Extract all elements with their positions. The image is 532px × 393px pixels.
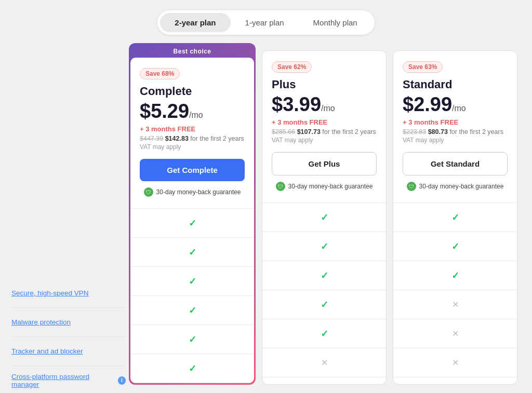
- plan-name-standard: Standard: [403, 78, 508, 91]
- toggle-2year[interactable]: 2-year plan: [160, 13, 230, 32]
- shield-icon: 🛡: [276, 182, 285, 191]
- feature-label-row: Tracker and ad blocker: [11, 337, 126, 366]
- feature-cell: ✕: [393, 290, 517, 319]
- feature-cell: ✓: [130, 238, 254, 267]
- original-price-plus: $285.66 $107.73 for the first 2 years: [272, 128, 377, 135]
- plan-features-plus: ✓ ✓ ✓ ✓ ✓ ✕: [262, 202, 386, 377]
- vat-note-complete: VAT may apply: [140, 143, 245, 151]
- check-icon: ✓: [451, 241, 459, 252]
- save-badge-standard: Save 63%: [403, 61, 443, 73]
- shield-icon: 🛡: [144, 187, 153, 197]
- plan-price-standard: $2.99/mo: [403, 94, 508, 114]
- check-icon: ✓: [321, 241, 328, 252]
- check-icon: ✓: [451, 212, 459, 223]
- feature-label-row: Malware protection: [11, 308, 126, 337]
- money-back-standard: 🛡 30-day money-back guarantee: [403, 182, 508, 194]
- plan-name-plus: Plus: [272, 78, 377, 91]
- feature-cell: ✓: [130, 325, 254, 354]
- plan-price-plus: $3.99/mo: [272, 94, 377, 114]
- vat-note-plus: VAT may apply: [272, 137, 377, 144]
- shield-icon: 🛡: [407, 182, 416, 191]
- feature-cell: ✓: [130, 354, 254, 383]
- feature-label-row: Cross-platform password manager i: [11, 366, 126, 393]
- feature-cell: ✓: [393, 261, 517, 290]
- plan-features-complete: ✓ ✓ ✓ ✓ ✓ ✓: [130, 208, 254, 383]
- pricing-wrapper: Secure, high-speed VPN Malware protectio…: [11, 50, 521, 393]
- check-icon: ✓: [451, 270, 459, 281]
- money-back-plus: 🛡 30-day money-back guarantee: [272, 182, 377, 194]
- free-months-standard: + 3 months FREE: [403, 118, 508, 126]
- plan-inner-complete: Save 68% Complete $5.29/mo + 3 months FR…: [130, 58, 254, 383]
- check-icon: ✓: [189, 247, 196, 258]
- plan-card-standard: Save 63% Standard $2.99/mo + 3 months FR…: [393, 50, 517, 385]
- save-badge-complete: Save 68%: [140, 68, 180, 79]
- check-icon: ✓: [189, 218, 196, 229]
- info-icon: i: [118, 376, 126, 385]
- cross-icon: ✕: [452, 329, 459, 338]
- check-icon: ✓: [189, 334, 196, 345]
- feature-cell: ✓: [393, 232, 517, 261]
- plan-content-plus: Save 62% Plus $3.99/mo + 3 months FREE $…: [262, 51, 386, 202]
- feature-cell: ✓: [130, 296, 254, 325]
- best-choice-badge: Best choice: [130, 45, 254, 58]
- feature-link-password[interactable]: Cross-platform password manager i: [11, 373, 126, 388]
- feature-cell: ✓: [262, 290, 386, 319]
- plans-area: Best choice Save 68% Complete $5.29/mo +…: [126, 50, 521, 385]
- feature-link-vpn[interactable]: Secure, high-speed VPN: [11, 289, 89, 297]
- plan-content-complete: Save 68% Complete $5.29/mo + 3 months FR…: [130, 58, 254, 208]
- free-months-complete: + 3 months FREE: [140, 125, 245, 133]
- toggle-monthly[interactable]: Monthly plan: [299, 13, 372, 32]
- feature-cell: ✕: [393, 319, 517, 348]
- feature-labels-column: Secure, high-speed VPN Malware protectio…: [11, 50, 126, 393]
- get-plus-button[interactable]: Get Plus: [272, 152, 377, 175]
- check-icon: ✓: [189, 276, 196, 287]
- plan-card-complete: Best choice Save 68% Complete $5.29/mo +…: [129, 43, 256, 385]
- feature-label-row: Secure, high-speed VPN: [11, 279, 126, 308]
- feature-cell: ✓: [130, 267, 254, 296]
- plan-price-complete: $5.29/mo: [140, 101, 245, 121]
- free-months-plus: + 3 months FREE: [272, 118, 377, 126]
- feature-cell: ✓: [393, 203, 517, 232]
- plan-content-standard: Save 63% Standard $2.99/mo + 3 months FR…: [393, 51, 517, 202]
- plan-toggle: 2-year plan 1-year plan Monthly plan: [157, 10, 374, 35]
- toggle-1year[interactable]: 1-year plan: [231, 13, 299, 32]
- check-icon: ✓: [321, 212, 328, 223]
- cross-icon: ✕: [321, 358, 328, 368]
- plan-card-plus: Save 62% Plus $3.99/mo + 3 months FREE $…: [262, 50, 387, 385]
- vat-note-standard: VAT may apply: [403, 137, 508, 144]
- check-icon: ✓: [189, 305, 196, 316]
- feature-cell: ✕: [262, 348, 386, 377]
- check-icon: ✓: [321, 299, 328, 310]
- feature-link-tracker[interactable]: Tracker and ad blocker: [11, 347, 83, 355]
- plan-name-complete: Complete: [140, 85, 245, 98]
- plan-features-standard: ✓ ✓ ✓ ✕ ✕ ✕: [393, 202, 517, 377]
- original-price-complete: $447.39 $142.83 for the first 2 years: [140, 135, 245, 142]
- original-price-standard: $223.83 $80.73 for the first 2 years: [403, 128, 508, 135]
- feature-link-malware[interactable]: Malware protection: [11, 318, 71, 326]
- feature-cell: ✓: [262, 319, 386, 348]
- save-badge-plus: Save 62%: [272, 61, 312, 73]
- get-complete-button[interactable]: Get Complete: [140, 159, 245, 181]
- get-standard-button[interactable]: Get Standard: [403, 152, 508, 175]
- feature-cell: ✓: [130, 209, 254, 238]
- check-icon: ✓: [189, 363, 196, 374]
- money-back-complete: 🛡 30-day money-back guarantee: [140, 187, 245, 200]
- cross-icon: ✕: [452, 358, 459, 368]
- check-icon: ✓: [321, 270, 328, 281]
- feature-cell: ✓: [262, 261, 386, 290]
- feature-cell: ✕: [393, 348, 517, 377]
- cross-icon: ✕: [452, 300, 459, 309]
- feature-cell: ✓: [262, 232, 386, 261]
- check-icon: ✓: [321, 328, 328, 340]
- feature-cell: ✓: [262, 203, 386, 232]
